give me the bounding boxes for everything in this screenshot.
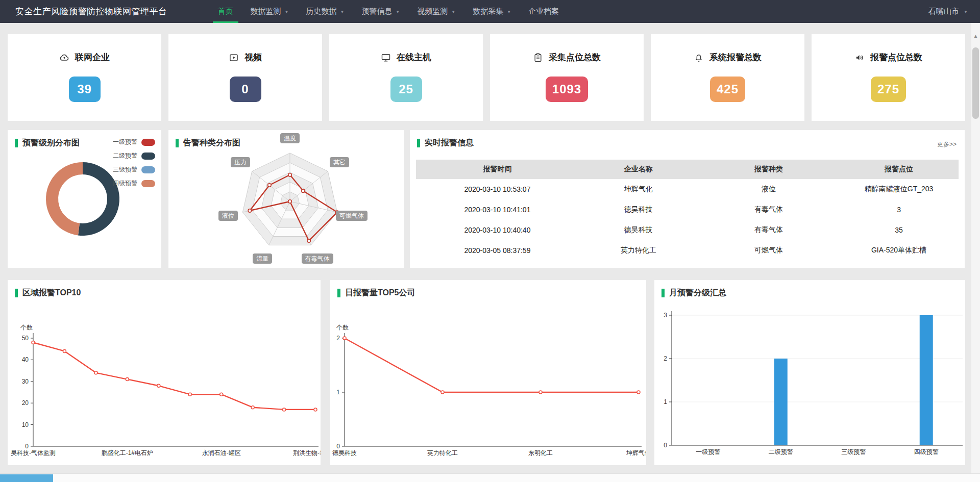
scroll-up-icon[interactable]: ▲	[971, 33, 980, 39]
panel-daily-alarm-top5: 日报警量TOP5公司 012个数德昊科技英力特化工东明化工坤辉气化	[330, 280, 646, 465]
y-tick-label: 2	[336, 335, 340, 342]
stat-card-1: 联网企业39	[8, 34, 161, 121]
panel-warning-level-pie: 预警级别分布图 一级预警二级预警三级预警四级预警	[8, 130, 161, 268]
legend-item[interactable]: 一级预警	[113, 138, 155, 146]
legend-item[interactable]: 三级预警	[113, 165, 155, 174]
y-tick-label: 30	[22, 378, 29, 385]
y-tick-label: 3	[664, 312, 667, 319]
radar-axis-label: 液位	[218, 211, 238, 221]
alarms-cell: 35	[839, 226, 959, 234]
stat-card-head: 视频	[168, 52, 322, 63]
radar-axis-label: 压力	[231, 157, 250, 167]
line-data-point	[63, 349, 66, 352]
nav-item-5[interactable]: 视频监测▼	[408, 0, 464, 23]
line-data-point	[637, 391, 640, 394]
line-data-point	[126, 378, 129, 381]
panel-title-text: 预警级别分布图	[22, 138, 80, 148]
alarms-table-row: 2020-03-10 10:40:40德昊科技有毒气体35	[416, 220, 959, 240]
vertical-scrollbar-thumb[interactable]	[972, 47, 979, 119]
legend-item[interactable]: 二级预警	[113, 151, 155, 160]
radar-data-point	[288, 173, 291, 176]
alarms-cell: 3	[839, 206, 959, 214]
more-link[interactable]: 更多>>	[937, 140, 957, 149]
donut-slice	[46, 162, 83, 235]
chevron-down-icon: ▼	[507, 10, 511, 14]
x-tick-label: 四级预警	[914, 448, 939, 455]
x-tick-label: 一级预警	[696, 448, 720, 455]
legend-swatch	[141, 180, 155, 187]
stat-card-6: 报警点位总数275	[812, 34, 965, 121]
title-accent-bar	[15, 289, 18, 297]
stat-card-3: 在线主机25	[329, 34, 483, 121]
radar-axis-label: 流量	[253, 253, 272, 264]
vertical-scrollbar[interactable]: ▲	[971, 23, 980, 473]
nav-item-7[interactable]: 企业档案	[520, 0, 568, 23]
main-menu: 首页数据监测▼历史数据▼预警信息▼视频监测▼数据采集▼企业档案	[209, 0, 568, 23]
nav-item-4[interactable]: 预警信息▼	[353, 0, 408, 23]
line-data-point	[539, 391, 542, 394]
line-data-point	[283, 408, 286, 411]
nav-item-label: 历史数据	[306, 7, 336, 16]
panel-region-alarm-top10: 区域报警TOP10 01020304050个数昊科技-气体监测鹏盛化工-1#电石…	[8, 280, 321, 465]
bell-icon	[694, 53, 704, 63]
y-axis-unit-label: 个数	[336, 324, 349, 331]
y-tick-label: 0	[664, 442, 667, 449]
alarms-cell: 有毒气体	[698, 225, 839, 235]
radar-axis-label: 温度	[280, 133, 300, 143]
region-label: 石嘴山市	[928, 7, 959, 16]
stat-card-label: 采集点位总数	[549, 52, 601, 63]
nav-item-2[interactable]: 数据监测▼	[242, 0, 298, 23]
legend-label: 一级预警	[113, 138, 137, 146]
panel-monthly-warning-summary: 月预警分级汇总 0123一级预警二级预警三级预警四级预警	[654, 280, 965, 465]
line-data-point	[94, 371, 97, 374]
y-tick-label: 40	[22, 356, 29, 363]
y-tick-label: 0	[25, 443, 29, 450]
radar-data-point	[288, 200, 291, 203]
app-title: 安全生产风险预警防控物联网管理平台	[15, 6, 167, 17]
nav-item-3[interactable]: 历史数据▼	[297, 0, 353, 23]
panel-title-text: 区域报警TOP10	[22, 288, 81, 298]
chevron-down-icon: ▼	[451, 10, 455, 14]
title-accent-bar	[337, 289, 340, 297]
chevron-down-icon: ▼	[285, 10, 289, 14]
panel-title-text: 告警种类分布图	[183, 138, 240, 148]
region-selector[interactable]: 石嘴山市 ▼	[928, 7, 968, 16]
nav-item-1[interactable]: 首页	[209, 0, 242, 23]
alarms-header-cell: 报警时间	[416, 165, 579, 174]
line-series	[345, 338, 639, 392]
radar-axis-label: 其它	[330, 157, 349, 167]
panel-title-text: 月预警分级汇总	[669, 288, 726, 298]
panel-alarm-type-radar: 告警种类分布图 温度其它可燃气体有毒气体流量液位压力	[168, 130, 404, 268]
daily-alarm-top5-line-chart: 012个数德昊科技英力特化工东明化工坤辉气化	[330, 280, 646, 465]
line-data-point	[314, 408, 317, 411]
alarms-cell: 有毒气体	[698, 205, 839, 214]
alarms-cell: 2020-03-10 10:40:40	[416, 226, 579, 234]
stat-card-value-badge: 25	[390, 77, 422, 102]
stat-card-label: 系统报警总数	[709, 52, 762, 63]
alarms-cell: 2020-03-05 08:37:59	[416, 246, 579, 255]
alarms-cell: 坤辉气化	[579, 185, 698, 194]
nav-item-label: 视频监测	[417, 7, 448, 16]
legend-item[interactable]: 四级预警	[113, 179, 155, 188]
alarms-cell: 德昊科技	[579, 205, 698, 214]
legend-label: 四级预警	[113, 179, 137, 188]
bar	[920, 315, 933, 445]
line-data-point	[441, 391, 444, 394]
alarms-table-row: 2020-03-10 10:53:07坤辉气化液位精醇南罐液位GT_203	[416, 179, 959, 199]
horizontal-scrollbar-thumb[interactable]	[0, 474, 53, 482]
y-tick-label: 20	[22, 399, 29, 407]
stat-card-head: 系统报警总数	[651, 52, 804, 63]
alarm-type-radar-chart	[168, 130, 404, 268]
y-tick-label: 0	[336, 443, 340, 450]
stat-card-label: 在线主机	[397, 52, 431, 63]
y-tick-label: 50	[22, 335, 29, 342]
radar-data-point	[268, 184, 271, 187]
horizontal-scrollbar[interactable]	[0, 473, 980, 482]
cloud-icon	[59, 53, 69, 63]
nav-item-6[interactable]: 数据采集▼	[464, 0, 520, 23]
stat-card-value-badge: 425	[710, 77, 745, 102]
legend-swatch	[141, 166, 155, 173]
line-data-point	[343, 337, 346, 340]
video-icon	[229, 53, 239, 63]
x-tick-label: 东明化工	[528, 449, 553, 456]
